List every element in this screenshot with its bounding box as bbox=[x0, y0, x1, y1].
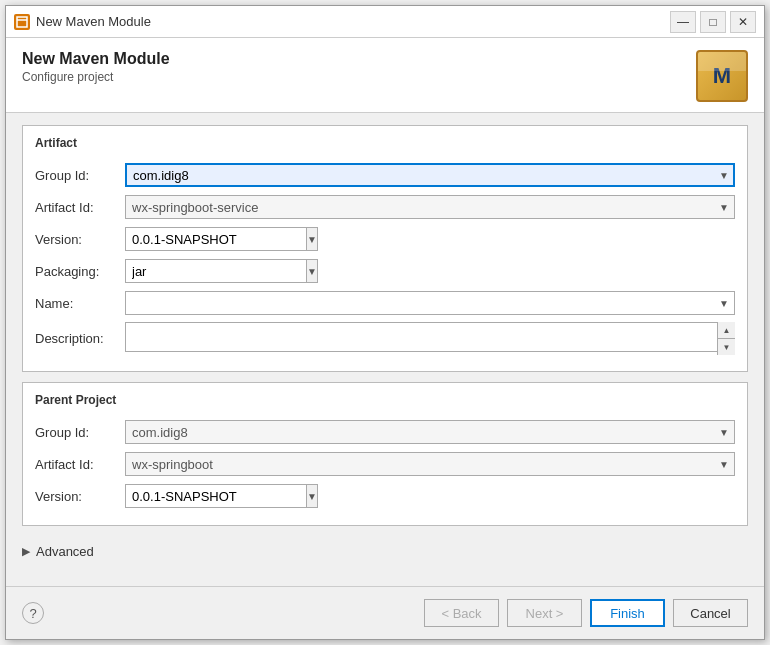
packaging-dropdown-button[interactable]: ▼ bbox=[306, 259, 318, 283]
advanced-label: Advanced bbox=[36, 544, 94, 559]
parent-group-id-wrapper: ▼ bbox=[125, 420, 735, 444]
parent-version-combo-wrapper: ▼ bbox=[125, 484, 265, 508]
name-row: Name: ▼ bbox=[35, 290, 735, 316]
footer-left: ? bbox=[22, 602, 44, 624]
footer-right: < Back Next > Finish Cancel bbox=[424, 599, 748, 627]
artifact-section: Artifact Group Id: ▼ Artifact Id: ▼ Ver bbox=[22, 125, 748, 372]
maximize-button[interactable]: □ bbox=[700, 11, 726, 33]
advanced-row[interactable]: ▶ Advanced bbox=[22, 536, 748, 567]
minimize-button[interactable]: — bbox=[670, 11, 696, 33]
description-down-button[interactable]: ▼ bbox=[718, 339, 735, 355]
description-row: Description: ▲ ▼ bbox=[35, 322, 735, 355]
version-label: Version: bbox=[35, 232, 125, 247]
description-wrapper: ▲ ▼ bbox=[125, 322, 735, 355]
cancel-button[interactable]: Cancel bbox=[673, 599, 748, 627]
packaging-input[interactable] bbox=[125, 259, 306, 283]
name-wrapper: ▼ bbox=[125, 291, 735, 315]
parent-group-id-row: Group Id: ▼ bbox=[35, 419, 735, 445]
parent-version-input[interactable] bbox=[125, 484, 306, 508]
footer: ? < Back Next > Finish Cancel bbox=[6, 586, 764, 639]
name-input[interactable] bbox=[125, 291, 735, 315]
logo-letter: M bbox=[713, 63, 731, 89]
parent-section-title: Parent Project bbox=[35, 393, 735, 411]
window-title: New Maven Module bbox=[36, 14, 670, 29]
window-controls: — □ ✕ bbox=[670, 11, 756, 33]
svg-rect-0 bbox=[17, 17, 27, 27]
description-spinners: ▲ ▼ bbox=[717, 322, 735, 355]
group-id-wrapper: ▼ bbox=[125, 163, 735, 187]
header: New Maven Module Configure project M bbox=[6, 38, 764, 113]
version-input[interactable] bbox=[125, 227, 306, 251]
parent-project-section: Parent Project Group Id: ▼ Artifact Id: … bbox=[22, 382, 748, 526]
parent-artifact-id-wrapper: ▼ bbox=[125, 452, 735, 476]
group-id-row: Group Id: ▼ bbox=[35, 162, 735, 188]
finish-button[interactable]: Finish bbox=[590, 599, 665, 627]
parent-version-dropdown-button[interactable]: ▼ bbox=[306, 484, 318, 508]
packaging-combo-wrapper: ▼ bbox=[125, 259, 265, 283]
version-combo-wrapper: ▼ bbox=[125, 227, 265, 251]
packaging-row: Packaging: ▼ bbox=[35, 258, 735, 284]
page-title: New Maven Module bbox=[22, 50, 170, 68]
description-up-button[interactable]: ▲ bbox=[718, 322, 735, 339]
close-button[interactable]: ✕ bbox=[730, 11, 756, 33]
artifact-id-wrapper: ▼ bbox=[125, 195, 735, 219]
artifact-id-row: Artifact Id: ▼ bbox=[35, 194, 735, 220]
parent-group-id-label: Group Id: bbox=[35, 425, 125, 440]
parent-version-label: Version: bbox=[35, 489, 125, 504]
group-id-input[interactable] bbox=[125, 163, 735, 187]
header-titles: New Maven Module Configure project bbox=[22, 50, 170, 84]
parent-artifact-id-input[interactable] bbox=[125, 452, 735, 476]
artifact-id-input[interactable] bbox=[125, 195, 735, 219]
parent-artifact-id-label: Artifact Id: bbox=[35, 457, 125, 472]
content-area: Artifact Group Id: ▼ Artifact Id: ▼ Ver bbox=[6, 113, 764, 586]
group-id-label: Group Id: bbox=[35, 168, 125, 183]
maven-logo: M bbox=[696, 50, 748, 102]
help-button[interactable]: ? bbox=[22, 602, 44, 624]
parent-version-row: Version: ▼ bbox=[35, 483, 735, 509]
title-bar: New Maven Module — □ ✕ bbox=[6, 6, 764, 38]
description-label: Description: bbox=[35, 331, 125, 346]
parent-group-id-input[interactable] bbox=[125, 420, 735, 444]
artifact-id-label: Artifact Id: bbox=[35, 200, 125, 215]
name-label: Name: bbox=[35, 296, 125, 311]
main-window: New Maven Module — □ ✕ New Maven Module … bbox=[5, 5, 765, 640]
back-button[interactable]: < Back bbox=[424, 599, 499, 627]
parent-artifact-id-row: Artifact Id: ▼ bbox=[35, 451, 735, 477]
version-dropdown-button[interactable]: ▼ bbox=[306, 227, 318, 251]
page-subtitle: Configure project bbox=[22, 70, 170, 84]
packaging-label: Packaging: bbox=[35, 264, 125, 279]
window-icon bbox=[14, 14, 30, 30]
version-row: Version: ▼ bbox=[35, 226, 735, 252]
next-button[interactable]: Next > bbox=[507, 599, 582, 627]
advanced-arrow-icon: ▶ bbox=[22, 545, 30, 558]
description-input[interactable] bbox=[125, 322, 735, 352]
artifact-section-title: Artifact bbox=[35, 136, 735, 154]
